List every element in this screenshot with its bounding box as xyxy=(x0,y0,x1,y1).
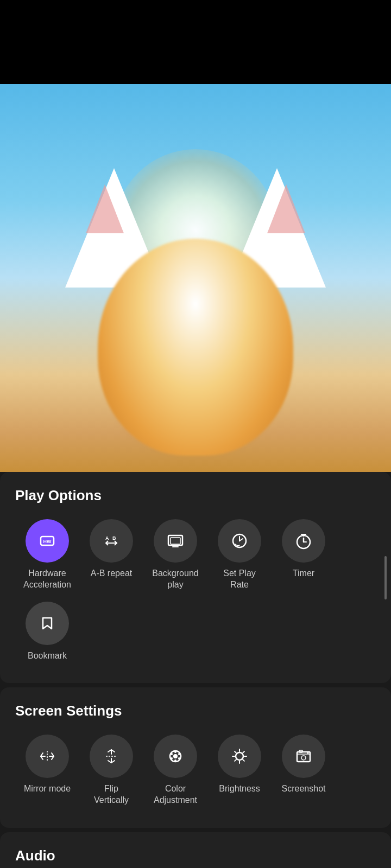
scroll-indicator xyxy=(384,556,387,599)
set-play-rate-label: Set PlayRate xyxy=(223,568,256,591)
svg-point-17 xyxy=(171,757,173,760)
video-area xyxy=(0,84,391,472)
svg-point-16 xyxy=(174,760,176,762)
brightness-label: Brightness xyxy=(219,783,260,795)
screen-settings-title: Screen Settings xyxy=(15,703,376,719)
top-bar xyxy=(0,0,391,84)
hardware-acceleration-label: HardwareAcceleration xyxy=(23,568,71,591)
play-options-grid: HW HardwareAcceleration A B A-B repeat xyxy=(15,519,376,602)
option-set-play-rate[interactable]: Set PlayRate xyxy=(207,519,272,591)
timer-label: Timer xyxy=(293,568,314,579)
mirror-mode-icon xyxy=(37,746,57,766)
flip-vertically-label: FlipVertically xyxy=(94,783,129,806)
audio-panel: Audio xyxy=(0,832,391,868)
flip-vertically-icon-circle xyxy=(90,735,133,778)
screen-settings-panel: Screen Settings Mirror mode xyxy=(0,687,391,828)
play-options-panel: Play Options HW HardwareAcceleration A B xyxy=(0,472,391,683)
option-screenshot[interactable]: Screenshot xyxy=(272,735,336,806)
svg-point-18 xyxy=(171,753,173,755)
ab-icon: A B xyxy=(102,531,121,551)
svg-rect-5 xyxy=(171,538,180,544)
color-adjustment-label: ColorAdjustment xyxy=(154,783,197,806)
option-color-adjustment[interactable]: ColorAdjustment xyxy=(143,735,207,806)
svg-point-12 xyxy=(173,754,178,758)
svg-line-27 xyxy=(235,760,236,761)
svg-point-14 xyxy=(178,753,180,755)
flip-vertically-icon xyxy=(102,746,121,766)
set-play-rate-icon xyxy=(230,531,249,551)
svg-point-13 xyxy=(174,751,176,753)
bookmark-icon xyxy=(37,614,57,633)
option-ab-repeat[interactable]: A B A-B repeat xyxy=(79,519,143,591)
option-brightness[interactable]: Brightness xyxy=(207,735,272,806)
background-play-icon-circle xyxy=(154,519,197,563)
timer-icon-circle xyxy=(282,519,325,563)
audio-title: Audio xyxy=(15,847,376,864)
svg-line-26 xyxy=(243,751,244,753)
color-adjustment-icon xyxy=(166,746,185,766)
ab-repeat-icon-circle: A B xyxy=(90,519,133,563)
option-hardware-acceleration[interactable]: HW HardwareAcceleration xyxy=(15,519,79,591)
hw-icon: HW xyxy=(37,531,57,551)
option-flip-vertically[interactable]: FlipVertically xyxy=(79,735,143,806)
svg-rect-6 xyxy=(172,546,179,547)
svg-text:B: B xyxy=(112,535,116,541)
svg-point-19 xyxy=(236,752,243,760)
brightness-icon xyxy=(230,746,249,766)
background-play-label: Backgroundplay xyxy=(152,568,198,591)
option-mirror-mode[interactable]: Mirror mode xyxy=(15,735,79,806)
timer-icon xyxy=(294,531,313,551)
svg-line-24 xyxy=(235,751,236,753)
svg-line-25 xyxy=(243,760,244,761)
background-play-icon xyxy=(166,531,185,551)
cat-illustration xyxy=(22,125,369,472)
cat-body xyxy=(98,239,293,456)
play-options-grid-2: Bookmark xyxy=(15,602,376,673)
panels-container: Play Options HW HardwareAcceleration A B xyxy=(0,472,391,868)
svg-point-15 xyxy=(178,757,180,760)
svg-text:HW: HW xyxy=(43,539,52,544)
set-play-rate-icon-circle xyxy=(218,519,261,563)
play-options-title: Play Options xyxy=(15,487,376,504)
screenshot-icon-circle xyxy=(282,735,325,778)
svg-text:A: A xyxy=(105,535,109,541)
option-bookmark[interactable]: Bookmark xyxy=(15,602,79,662)
bookmark-icon-circle xyxy=(26,602,69,645)
mirror-mode-label: Mirror mode xyxy=(24,783,71,795)
ab-repeat-label: A-B repeat xyxy=(91,568,132,579)
screen-settings-grid: Mirror mode FlipVertically xyxy=(15,735,376,817)
mirror-mode-icon-circle xyxy=(26,735,69,778)
color-adjustment-icon-circle xyxy=(154,735,197,778)
brightness-icon-circle xyxy=(218,735,261,778)
option-timer[interactable]: Timer xyxy=(272,519,336,591)
option-background-play[interactable]: Backgroundplay xyxy=(143,519,207,591)
svg-point-31 xyxy=(307,752,309,754)
screenshot-icon xyxy=(294,746,313,766)
screenshot-label: Screenshot xyxy=(282,783,326,795)
svg-point-30 xyxy=(301,756,306,760)
bookmark-label: Bookmark xyxy=(28,650,67,662)
hardware-acceleration-icon-circle: HW xyxy=(26,519,69,563)
